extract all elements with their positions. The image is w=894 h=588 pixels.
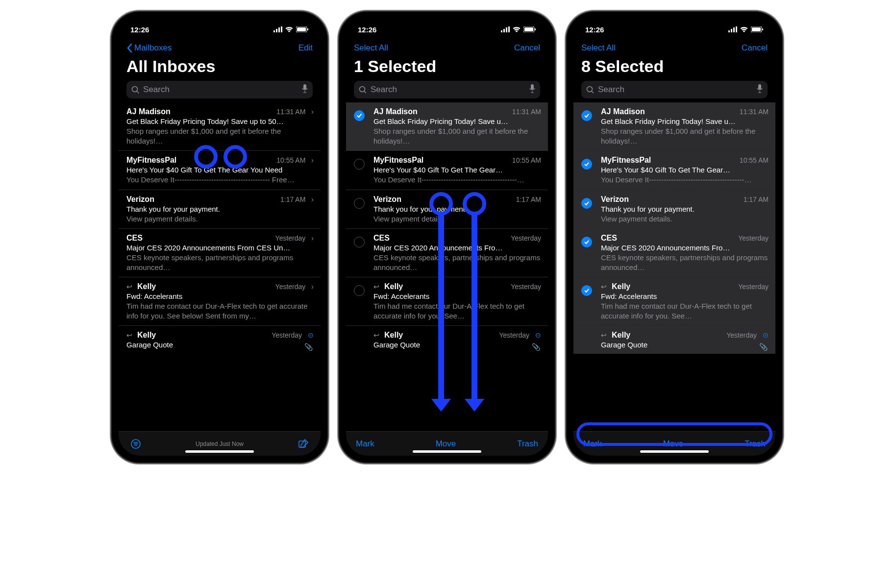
email-list[interactable]: AJ Madison11:31 AM› Get Black Friday Pri… [119,102,321,431]
edit-button[interactable]: Edit [298,43,313,53]
move-button[interactable]: Move [663,439,684,449]
email-row[interactable]: AJ Madison11:31 AM› Get Black Friday Pri… [119,102,321,150]
nav-bar: Mailboxes Edit [119,40,321,55]
svg-rect-0 [273,30,275,32]
svg-rect-9 [303,84,306,90]
mark-button[interactable]: Mark [583,439,602,449]
email-row[interactable]: ↩KellyYesterday Fwd: Accelerants Tim had… [573,277,775,325]
email-row[interactable]: AJ Madison11:31 AM Get Black Friday Pric… [573,102,775,150]
email-subject: Major CES 2020 Announcements From CES Un… [126,244,314,252]
email-sender: Kelly [612,331,722,340]
selection-checkbox[interactable] [581,110,592,121]
status-time: 12:26 [585,25,604,34]
email-row[interactable]: ↩KellyYesterday Fwd: Accelerants Tim had… [346,277,548,325]
chevron-right-icon: › [311,196,314,203]
reply-icon: ↩ [601,331,607,339]
dictate-icon[interactable] [302,84,308,96]
dictate-icon[interactable] [529,84,535,96]
email-row[interactable]: MyFitnessPal10:55 AM› Here's Your $40 Gi… [119,150,321,190]
status-text: Updated Just Now [119,441,321,447]
email-row[interactable]: Verizon1:17 AM Thank you for your paymen… [346,190,548,229]
home-indicator[interactable] [640,450,709,453]
reply-icon: ↩ [373,283,379,291]
search-input[interactable]: Search [126,81,313,98]
back-button[interactable]: Mailboxes [126,43,172,53]
svg-rect-2 [278,27,280,32]
search-icon [586,86,594,94]
svg-rect-25 [728,30,730,32]
email-time: Yesterday [738,283,769,291]
email-row[interactable]: Verizon1:17 AM› Thank you for your payme… [119,190,321,229]
email-row[interactable]: CESYesterday› Major CES 2020 Announcemen… [119,228,321,277]
email-time: 10:55 AM [740,156,769,164]
email-row[interactable]: ↩KellyYesterday⊙ Garage Quote 📎 [346,325,548,354]
email-row[interactable]: ↩KellyYesterday› Fwd: Accelerants Tim ha… [119,277,321,325]
selection-checkbox[interactable] [354,198,365,209]
svg-point-22 [360,87,365,92]
nav-bar: Select All Cancel [346,40,548,55]
svg-rect-20 [524,27,533,31]
email-time: Yesterday [275,234,306,242]
email-row[interactable]: Verizon1:17 AM Thank you for your paymen… [573,190,775,229]
email-row[interactable]: AJ Madison11:31 AM Get Black Friday Pric… [346,102,548,150]
email-time: 1:17 AM [280,196,305,203]
dictate-icon[interactable] [757,84,763,96]
page-title: 1 Selected [346,55,548,81]
home-indicator[interactable] [185,450,254,453]
email-row[interactable]: ↩KellyYesterday⊙ Garage Quote 📎 [573,325,775,354]
email-subject: Major CES 2020 Announcements Fro… [601,244,769,252]
svg-line-33 [592,91,594,93]
email-subject: Get Black Friday Pricing Today! Save u… [373,117,541,125]
email-sender: Verizon [601,195,740,204]
email-sender: Verizon [126,195,276,204]
select-all-button[interactable]: Select All [581,43,616,53]
svg-rect-1 [276,29,277,32]
email-row[interactable]: ↩KellyYesterday⊙ Garage Quote 📎 [119,325,321,354]
move-button[interactable]: Move [436,439,456,449]
selection-checkbox[interactable] [581,237,592,247]
email-time: Yesterday [499,331,529,339]
cancel-button[interactable]: Cancel [514,43,540,53]
mark-button[interactable]: Mark [356,439,374,449]
wifi-icon [740,26,748,32]
cancel-button[interactable]: Cancel [742,43,768,53]
home-indicator[interactable] [413,450,481,453]
selection-checkbox[interactable] [581,198,592,209]
trash-button[interactable]: Trash [745,439,766,449]
trash-button[interactable]: Trash [517,439,538,449]
email-time: 11:31 AM [512,108,541,116]
email-time: 11:31 AM [276,108,305,116]
email-row[interactable]: MyFitnessPal10:55 AM Here's Your $40 Gif… [346,150,548,190]
email-row[interactable]: MyFitnessPal10:55 AM Here's Your $40 Gif… [573,150,775,190]
select-all-button[interactable]: Select All [354,43,388,53]
chevron-left-icon [126,43,132,53]
email-list[interactable]: AJ Madison11:31 AM Get Black Friday Pric… [346,102,548,431]
search-input[interactable]: Search [354,81,540,98]
email-subject: Fwd: Accelerants [126,292,314,300]
battery-icon [296,26,309,32]
selection-checkbox[interactable] [354,110,365,121]
chevron-right-icon: › [311,283,314,291]
email-list[interactable]: AJ Madison11:31 AM Get Black Friday Pric… [573,102,775,431]
search-input[interactable]: Search [581,81,768,98]
email-sender: Verizon [373,195,512,204]
cellular-icon [728,26,737,32]
notch [171,19,269,33]
selection-checkbox[interactable] [581,159,592,170]
selection-checkbox[interactable] [581,285,592,296]
thread-indicator-icon: ⊙ [535,331,541,339]
email-preview: You Deserve It--------------------------… [373,175,541,185]
svg-rect-15 [501,30,502,32]
selection-checkbox[interactable] [354,237,365,247]
email-time: Yesterday [511,283,541,291]
phone-frame-3: 12:26 Select All Cancel 8 Selected Searc… [567,12,782,463]
chevron-right-icon: › [311,156,314,164]
email-row[interactable]: CESYesterday Major CES 2020 Announcement… [573,228,775,277]
selection-checkbox[interactable] [354,285,365,296]
email-row[interactable]: CESYesterday Major CES 2020 Announcement… [346,228,548,277]
notch [625,19,723,33]
selection-checkbox[interactable] [354,159,365,170]
email-subject: Thank you for your payment. [126,205,314,213]
email-sender: Kelly [137,331,268,340]
battery-icon [523,26,536,32]
